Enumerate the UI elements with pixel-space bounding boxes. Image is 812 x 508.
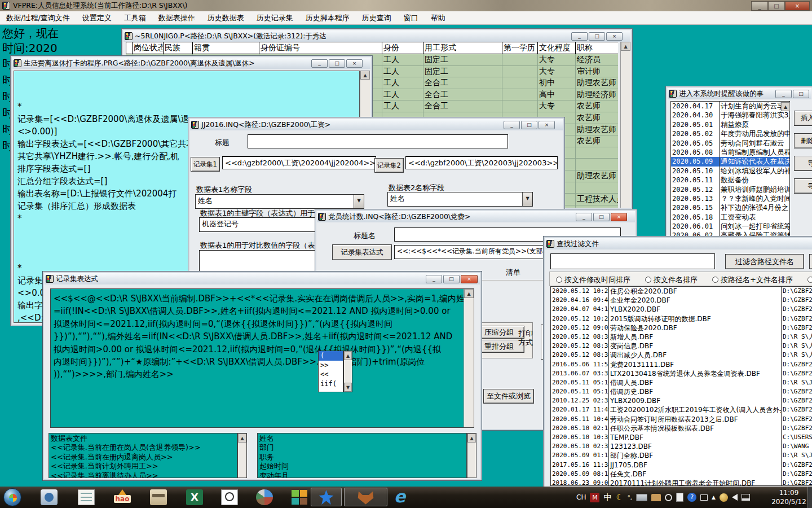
menu-item[interactable]: 历史查询 bbox=[356, 13, 398, 23]
reminder-item[interactable]: 2020.05.11 数据备份 bbox=[671, 176, 789, 185]
reminder-item[interactable]: 2020.05.09 通知诉讼代表人在裁决 bbox=[671, 157, 789, 166]
tray-clock[interactable]: 11:09 2020/5/12 bbox=[771, 488, 806, 506]
minimize-button[interactable]: _ bbox=[775, 90, 792, 98]
snippet-option[interactable]: iif( bbox=[319, 379, 343, 389]
list-item[interactable]: 数据表文件 bbox=[51, 434, 235, 443]
file-row[interactable]: 2020.05.12 08:35: 变岗信息.DBF D:\R S\人 bbox=[551, 341, 812, 351]
list-item[interactable]: 姓名 bbox=[259, 434, 465, 443]
personnel-column-header[interactable]: 籍贯 bbox=[193, 42, 259, 54]
media-player-icon[interactable] bbox=[41, 489, 58, 505]
file-row[interactable]: 2020.05.11 05:16: 借调人员.DBF D:\R S\JB bbox=[551, 378, 812, 387]
menu-item[interactable]: 数据表操作 bbox=[152, 13, 201, 23]
personnel-column-header[interactable]: 用工形式 bbox=[423, 42, 502, 54]
reminder-item[interactable]: 2020.05.15 补下边的张强4月份之 bbox=[671, 203, 789, 212]
file-row[interactable]: 2020.05.11 10:43: 劳动合同签订时所用数据表2013之后.DBF… bbox=[551, 415, 812, 424]
tables-scrollbar[interactable]: ▲ bbox=[237, 433, 247, 478]
personnel-column-header[interactable]: 职称 bbox=[576, 42, 618, 54]
excel-icon[interactable]: X bbox=[186, 489, 203, 505]
tray-zhong-icon[interactable]: 中 bbox=[603, 492, 612, 503]
close-button[interactable]: × bbox=[611, 213, 627, 221]
reminder-item[interactable]: 2020.05.13 ？？李新峰的入党时间 bbox=[671, 194, 789, 203]
minimize-button[interactable]: _ bbox=[576, 213, 592, 221]
reminder-list[interactable]: 2020.04.17 计划生育的周秀云享受 2020.04.30 于海强郭春阳蒋… bbox=[670, 101, 790, 240]
list-item[interactable]: <<记录集.当前计划外聘用工>> bbox=[51, 462, 235, 471]
sort-radio-option[interactable]: 按后缀名排 bbox=[807, 275, 812, 285]
file-row[interactable]: 2020.05.12 09:02: 劳动保险县2020.DBF D:\GZBF2… bbox=[551, 323, 812, 332]
chevron-down-icon[interactable]: ▼ bbox=[354, 195, 364, 208]
file-row[interactable]: 2020.05.10 10:36: TEMP.DBF C:\USERS\ bbox=[551, 433, 812, 442]
expression-scrollbar[interactable]: ▲ bbox=[464, 289, 474, 427]
reminder-item[interactable]: 2020.05.08 当前编制原编制人员程 bbox=[671, 148, 789, 157]
reminder-item[interactable]: 2020.05.02 年度劳动用品发放的申 bbox=[671, 129, 789, 138]
file-row[interactable]: 2020.05.10 02:35: 123123.DBF D:\WANG bbox=[551, 442, 812, 451]
file-list[interactable]: 2020.05.12 10:26: 住房公积金2020.DBF D:\GZBF2… bbox=[550, 286, 812, 486]
list-item[interactable]: <<记录集.当前在册内退离岗人员>> bbox=[51, 453, 235, 462]
personnel-column-header[interactable]: 民族 bbox=[164, 42, 193, 54]
minimize-button[interactable]: _ bbox=[504, 121, 520, 129]
active-app-fox[interactable] bbox=[344, 488, 387, 506]
file-row[interactable]: 2020.05.12 08:36: 新增人员.DBF D:\R S\人 bbox=[551, 332, 812, 341]
reminder-action-button[interactable]: 插入本 bbox=[794, 111, 812, 126]
active-app-vfp[interactable] bbox=[311, 488, 342, 506]
snippet-option[interactable]: << bbox=[319, 370, 343, 379]
file-row[interactable]: 2020.04.07 04:10: YLBX2020.DBF D:\GZBF20 bbox=[551, 305, 812, 314]
show-desktop-button[interactable] bbox=[807, 487, 812, 508]
personnel-scrollbar[interactable]: ▲ bbox=[620, 42, 630, 208]
squares-app-icon[interactable] bbox=[291, 489, 308, 505]
scroll-up-icon[interactable]: ▲ bbox=[781, 102, 790, 111]
close-button[interactable]: × bbox=[539, 121, 555, 129]
snippet-scrollbar[interactable]: ▲ ▼ bbox=[343, 351, 352, 392]
list-item[interactable]: 起始时间 bbox=[259, 462, 465, 471]
close-button[interactable]: × bbox=[606, 32, 623, 41]
restore-button[interactable]: □ bbox=[793, 90, 809, 98]
filter-path-button[interactable]: 过滤含路径文件名 bbox=[725, 254, 804, 269]
reminder-item[interactable]: 2020.05.10 给刘冰填退役军人的补 bbox=[671, 167, 789, 176]
file-row[interactable]: 2020.05.12 08:36: 调出减少人员.DBF D:\R S\人 bbox=[551, 351, 812, 360]
reminder-item[interactable]: 2020.05.18 工资变动表 bbox=[671, 213, 789, 222]
tray-volume-icon[interactable] bbox=[732, 494, 738, 501]
recordset1-button[interactable]: 记录集1 bbox=[191, 157, 220, 172]
fields-scrollbar[interactable]: ▲ bbox=[467, 433, 476, 478]
reminder-action-button[interactable]: 导 bbox=[794, 178, 812, 194]
menu-item[interactable]: 历史数据表 bbox=[201, 13, 250, 23]
ie-icon[interactable]: e bbox=[391, 489, 408, 505]
tray-search-icon[interactable] bbox=[665, 494, 672, 501]
table2-field-combo[interactable]: 姓名 ▼ bbox=[387, 192, 533, 207]
snippet-option[interactable]: ( bbox=[319, 351, 343, 361]
file-row[interactable]: 2020.05.12 10:24: 2015版调动转移证明的数据.DBF D:\… bbox=[551, 314, 812, 323]
reminder-item[interactable]: 2020.05.01 精益燎原 bbox=[671, 120, 789, 129]
tray-expand-icon[interactable]: ▲ bbox=[712, 494, 716, 500]
expression-editor[interactable]: <<$<<@<<D:\R S\JBXX\当前编制.DBF>>+<<*<<记录集.… bbox=[50, 288, 474, 428]
menu-item[interactable]: 数据/过程/查询文件 bbox=[0, 13, 76, 23]
filter-extra-button[interactable] bbox=[809, 254, 812, 269]
file-row[interactable]: 2020.05.12 10:26: 住房公积金2020.DBF D:\GZBF2… bbox=[551, 287, 812, 296]
reminder-item[interactable]: 2020.04.17 计划生育的周秀云享受 bbox=[671, 102, 789, 111]
file-row[interactable]: 2017.05.16 11:34: JJ1705.DBF D:\GZBF20 bbox=[551, 461, 812, 470]
recordset1-input[interactable]: <<d:\gzbf2000\工资\202004\jj202004>> bbox=[222, 156, 376, 169]
scroll-up-icon[interactable]: ▲ bbox=[464, 289, 474, 298]
chart-app-icon[interactable] bbox=[256, 489, 273, 505]
list-item[interactable]: 职务 bbox=[259, 453, 465, 462]
tray-coin-icon[interactable] bbox=[720, 493, 728, 502]
list-item[interactable]: 部门 bbox=[259, 443, 465, 452]
menu-item[interactable]: 工具箱 bbox=[118, 13, 152, 23]
tray-window-icon[interactable] bbox=[700, 494, 708, 501]
personnel-column-header[interactable] bbox=[126, 42, 133, 54]
file-row[interactable]: 2020.05.10 02:10: 任职公示基本情况模板数据表.DBF D:\G… bbox=[551, 424, 812, 433]
file-row[interactable]: 2020.05.09 08:16: 任免文.DBF D:\GZBF20 bbox=[551, 470, 812, 479]
scroll-up-icon[interactable]: ▲ bbox=[360, 71, 370, 80]
personnel-column-header[interactable]: 岗位状态 bbox=[133, 42, 164, 54]
reminder-action-button[interactable]: 导 bbox=[794, 156, 812, 171]
menu-item[interactable]: 历史脚本程序 bbox=[299, 13, 356, 23]
restore-button[interactable]: □ bbox=[589, 32, 605, 41]
close-button[interactable]: × bbox=[461, 275, 478, 283]
snippet-dropdown[interactable]: (>><<iif( bbox=[318, 351, 343, 392]
file-row[interactable]: 2020.01.17 11:49: 工资20200102沂水职工2019年工资收… bbox=[551, 405, 812, 414]
table1-field-combo[interactable]: 姓名 ▼ bbox=[195, 194, 364, 209]
sort-radio-option[interactable]: 按文件修改时间排序 bbox=[556, 275, 630, 285]
close-button[interactable]: × bbox=[346, 59, 363, 68]
minimize-button[interactable]: _ bbox=[426, 275, 442, 283]
minimize-button[interactable]: _ bbox=[571, 32, 588, 41]
chevron-down-icon[interactable]: ▼ bbox=[522, 192, 532, 206]
file-row[interactable]: 2020.04.16 09:42: 企业年金2020.DBF D:\GZBF20 bbox=[551, 296, 812, 305]
